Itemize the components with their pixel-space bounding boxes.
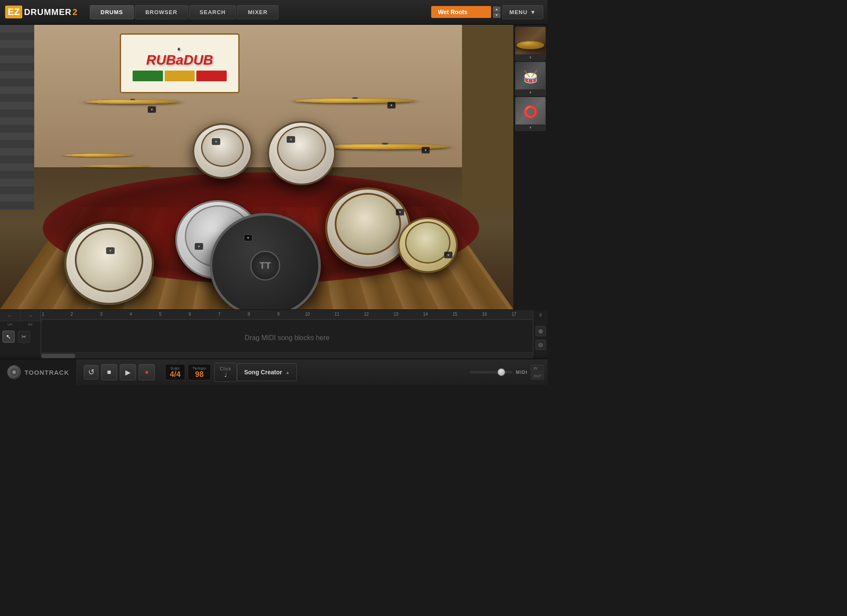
midi-label: MIDI xyxy=(516,370,527,375)
ruler-mark-15: 15 xyxy=(453,312,457,317)
tempo-box[interactable]: Tempo 98 xyxy=(188,364,211,380)
tab-search[interactable]: SEARCH xyxy=(189,5,237,19)
conga[interactable] xyxy=(398,217,458,273)
instrument-arrow-3[interactable]: ▼ xyxy=(515,124,545,130)
sign-tempo-area: Sign 4/4 Tempo 98 xyxy=(162,364,214,380)
instrument-thumbnail-2: 🥁 xyxy=(515,62,545,91)
cymbal-crash-left-arrow[interactable]: ▼ xyxy=(148,106,156,113)
instrument-card-3[interactable]: ⭕ ▼ xyxy=(515,97,546,131)
tab-drums[interactable]: DRUMS xyxy=(90,5,134,19)
ruler-mark-6: 6 xyxy=(189,312,191,317)
cymbal-ride-arrow[interactable]: ▼ xyxy=(421,147,430,154)
ruler-mark-10: 10 xyxy=(305,312,310,317)
play-button[interactable]: ▶ xyxy=(120,364,136,380)
cymbal-crash-right-arrow[interactable]: ▼ xyxy=(387,102,396,109)
bass-drum[interactable]: TT xyxy=(210,213,321,309)
cymbal-crash-left[interactable]: CRASH TAKAI xyxy=(86,100,180,104)
redo-label: RE xyxy=(21,321,41,328)
redo-button[interactable]: → xyxy=(21,310,41,321)
cymbal-img-1 xyxy=(515,41,545,49)
ruler-mark-4: 4 xyxy=(130,312,132,317)
cymbal-bell-left xyxy=(130,99,136,101)
conga-arrow[interactable]: ▼ xyxy=(444,252,453,258)
loop-button[interactable]: ↺ xyxy=(84,365,98,379)
record-button[interactable]: ● xyxy=(139,364,155,380)
instrument-arrow-1[interactable]: ▼ xyxy=(515,54,545,60)
midi-out-button[interactable]: OUT xyxy=(531,373,544,379)
preset-arrow-up[interactable]: ▲ xyxy=(493,6,500,12)
cymbal-crash-right[interactable]: RISING LION xyxy=(295,98,415,104)
undo-button[interactable]: ← xyxy=(0,310,21,321)
logo-ez: EZ xyxy=(5,6,22,18)
volume-slider[interactable] xyxy=(470,371,512,373)
toontrack-icon xyxy=(7,365,21,379)
scroll-track[interactable] xyxy=(41,352,533,358)
transport-controls: ↺ ■ ▶ ● xyxy=(77,359,162,385)
kick-tom-left[interactable] xyxy=(64,222,154,305)
click-metronome-icon: ♩ xyxy=(224,371,227,378)
toontrack-logo: TOONTRACK xyxy=(0,359,77,385)
volume-slider-thumb[interactable] xyxy=(498,368,505,376)
song-creator-button[interactable]: Song Creator ▲ xyxy=(237,363,297,381)
tom-mid-head xyxy=(277,126,326,171)
menu-button[interactable]: MENU ▼ xyxy=(502,5,543,19)
ruler-mark-5: 5 xyxy=(159,312,162,317)
cymbal-ride[interactable] xyxy=(321,144,449,150)
song-track[interactable]: Drag MIDI song blocks here xyxy=(41,320,533,356)
cymbal-hihat-bottom xyxy=(81,165,150,167)
midi-in-out: IN OUT xyxy=(531,365,544,379)
undo-label: UN xyxy=(0,321,21,328)
kick-tom-arrow[interactable]: ▼ xyxy=(106,247,115,254)
tab-browser[interactable]: BROWSER xyxy=(135,5,188,19)
zoom-panel: ⊕ ⊖ xyxy=(533,320,548,356)
header: EZ DRUMMER2 DRUMS BROWSER SEARCH MIXER W… xyxy=(0,0,548,25)
select-tool-button[interactable]: ↖ xyxy=(3,331,15,343)
scroll-thumb[interactable] xyxy=(41,354,75,358)
tom-floor[interactable] xyxy=(325,187,411,269)
bass-drum-logo: TT xyxy=(250,251,280,281)
tambourine-icon: ⭕ xyxy=(523,105,538,119)
sign-value: 4/4 xyxy=(170,370,181,378)
click-button[interactable]: Click ♩ xyxy=(214,363,237,382)
ruler-mark-11: 11 xyxy=(335,312,339,317)
instrument-card-1[interactable]: ▼ xyxy=(515,27,546,61)
tom-high-arrow[interactable]: ▼ xyxy=(212,138,220,145)
tom-floor-arrow[interactable]: ▼ xyxy=(396,209,404,216)
song-creator-label: Song Creator xyxy=(244,369,282,376)
zoom-out-button[interactable]: ⊖ xyxy=(536,340,546,350)
cymbal-ride-bell xyxy=(381,142,389,145)
instrument-card-2[interactable]: 🥁 ▼ xyxy=(515,62,546,96)
drum-kit-container: CRASH TAKAI RISING LION xyxy=(26,50,471,309)
tempo-value: 98 xyxy=(192,370,206,378)
preset-arrows: ▲ ▼ xyxy=(493,6,500,18)
instrument-arrow-2[interactable]: ▼ xyxy=(515,89,545,95)
preset-arrow-down[interactable]: ▼ xyxy=(493,12,500,18)
tom-mid-arrow[interactable]: ▼ xyxy=(287,136,295,143)
stop-button[interactable]: ■ xyxy=(101,364,117,380)
transport-bar: TOONTRACK ↺ ■ ▶ ● Sign 4/4 Tempo 98 Clic… xyxy=(0,358,548,385)
ruler-mark-14: 14 xyxy=(423,312,428,317)
cymbal-hihat[interactable] xyxy=(64,154,133,157)
bottom-panel: ← → UN RE ↖ ✂ 1 2 3 4 5 6 7 8 9 10 11 12… xyxy=(0,310,548,385)
tom-high[interactable] xyxy=(192,123,252,179)
zoom-in-button[interactable]: ⊕ xyxy=(536,326,546,336)
tool-row: ↖ ✂ xyxy=(0,328,41,345)
snare-arrow[interactable]: ▼ xyxy=(195,243,203,250)
tab-mixer[interactable]: MIXER xyxy=(237,5,278,19)
ruler-options[interactable]: ≡ xyxy=(533,310,548,320)
drumstick-icon: 🥁 xyxy=(523,70,538,84)
kick-tom-head xyxy=(75,228,143,292)
ruler-mark-8: 8 xyxy=(248,312,250,317)
midi-in-button[interactable]: IN xyxy=(531,365,544,372)
ruler-mark-17: 17 xyxy=(512,312,516,317)
drag-midi-hint: Drag MIDI song blocks here xyxy=(245,334,329,342)
ruler-mark-16: 16 xyxy=(482,312,487,317)
undo-redo-row: ← → xyxy=(0,310,41,321)
preset-selector[interactable]: Wet Roots xyxy=(431,6,491,18)
instrument-thumbnail-3: ⭕ xyxy=(515,97,545,126)
cut-tool-button[interactable]: ✂ xyxy=(18,331,30,343)
bass-drum-arrow[interactable]: ▼ xyxy=(244,234,252,241)
tom-mid[interactable] xyxy=(267,121,336,185)
instrument-thumbnail-1 xyxy=(515,27,545,56)
time-signature-box[interactable]: Sign 4/4 xyxy=(165,364,185,380)
